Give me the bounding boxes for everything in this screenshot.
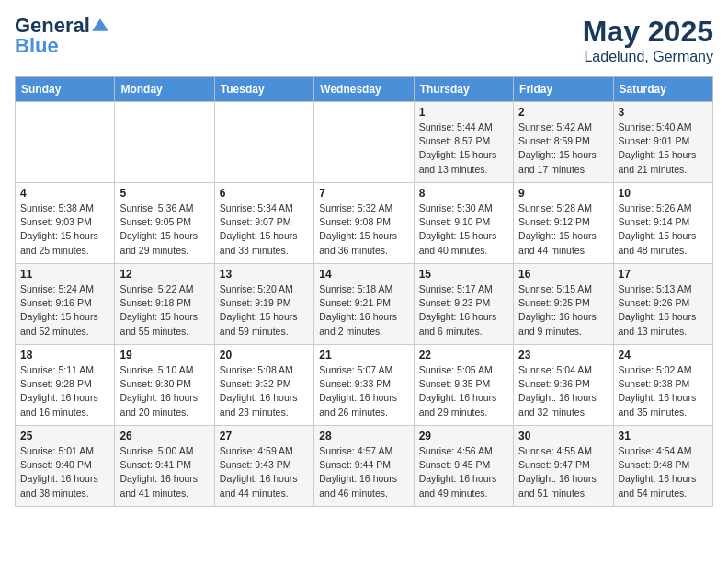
calendar-day-cell: 8Sunrise: 5:30 AMSunset: 9:10 PMDaylight… <box>414 183 513 264</box>
day-detail: Sunrise: 5:34 AMSunset: 9:07 PMDaylight:… <box>220 201 309 258</box>
day-detail: Sunrise: 5:38 AMSunset: 9:03 PMDaylight:… <box>20 201 109 258</box>
day-detail: Sunrise: 5:30 AMSunset: 9:10 PMDaylight:… <box>419 201 508 258</box>
day-detail: Sunrise: 5:11 AMSunset: 9:28 PMDaylight:… <box>20 363 109 419</box>
day-number: 3 <box>619 106 708 119</box>
calendar-table: SundayMondayTuesdayWednesdayThursdayFrid… <box>15 76 713 507</box>
day-number: 10 <box>619 187 708 200</box>
day-detail: Sunrise: 5:42 AMSunset: 8:59 PMDaylight:… <box>518 121 608 177</box>
day-detail: Sunrise: 5:13 AMSunset: 9:26 PMDaylight:… <box>619 282 708 339</box>
day-number: 5 <box>119 187 209 200</box>
calendar-day-cell: 12Sunrise: 5:22 AMSunset: 9:18 PMDayligh… <box>115 264 214 345</box>
day-detail: Sunrise: 5:24 AMSunset: 9:16 PMDaylight:… <box>20 282 109 339</box>
calendar-day-cell: 31Sunrise: 4:54 AMSunset: 9:48 PMDayligh… <box>613 426 712 507</box>
day-number: 21 <box>319 349 408 362</box>
day-number: 4 <box>20 187 109 200</box>
calendar-day-cell: 29Sunrise: 4:56 AMSunset: 9:45 PMDayligh… <box>414 426 513 507</box>
day-number: 11 <box>20 268 109 281</box>
day-detail: Sunrise: 5:22 AMSunset: 9:18 PMDaylight:… <box>119 282 209 339</box>
day-number: 15 <box>419 268 508 281</box>
day-detail: Sunrise: 4:59 AMSunset: 9:43 PMDaylight:… <box>220 444 309 500</box>
day-number: 29 <box>419 430 508 442</box>
day-number: 18 <box>20 349 109 362</box>
calendar-day-cell: 3Sunrise: 5:40 AMSunset: 9:01 PMDaylight… <box>613 102 712 183</box>
calendar-week-row: 11Sunrise: 5:24 AMSunset: 9:16 PMDayligh… <box>16 264 713 345</box>
calendar-week-row: 4Sunrise: 5:38 AMSunset: 9:03 PMDaylight… <box>16 183 713 264</box>
day-number: 16 <box>518 268 608 281</box>
svg-marker-0 <box>92 18 108 31</box>
calendar-day-cell <box>16 102 115 183</box>
day-detail: Sunrise: 4:56 AMSunset: 9:45 PMDaylight:… <box>419 444 508 500</box>
day-number: 17 <box>619 268 708 281</box>
day-detail: Sunrise: 5:15 AMSunset: 9:25 PMDaylight:… <box>518 282 608 339</box>
calendar-day-cell: 26Sunrise: 5:00 AMSunset: 9:41 PMDayligh… <box>115 426 214 507</box>
calendar-day-cell: 1Sunrise: 5:44 AMSunset: 8:57 PMDaylight… <box>414 102 513 183</box>
logo-blue-text: Blue <box>15 35 59 57</box>
day-detail: Sunrise: 5:44 AMSunset: 8:57 PMDaylight:… <box>419 121 508 177</box>
day-detail: Sunrise: 5:20 AMSunset: 9:19 PMDaylight:… <box>220 282 309 339</box>
day-detail: Sunrise: 5:10 AMSunset: 9:30 PMDaylight:… <box>119 363 209 419</box>
day-number: 31 <box>619 430 708 442</box>
day-number: 26 <box>119 430 209 442</box>
calendar-day-cell: 30Sunrise: 4:55 AMSunset: 9:47 PMDayligh… <box>514 426 613 507</box>
weekday-header: Monday <box>115 77 214 102</box>
calendar-day-cell <box>214 102 313 183</box>
calendar-week-row: 18Sunrise: 5:11 AMSunset: 9:28 PMDayligh… <box>16 345 713 426</box>
calendar-day-cell: 9Sunrise: 5:28 AMSunset: 9:12 PMDaylight… <box>514 183 613 264</box>
day-detail: Sunrise: 5:40 AMSunset: 9:01 PMDaylight:… <box>619 121 708 177</box>
calendar-day-cell: 17Sunrise: 5:13 AMSunset: 9:26 PMDayligh… <box>613 264 712 345</box>
location-title: Ladelund, Germany <box>583 49 713 65</box>
day-detail: Sunrise: 5:26 AMSunset: 9:14 PMDaylight:… <box>619 201 708 258</box>
calendar-day-cell: 21Sunrise: 5:07 AMSunset: 9:33 PMDayligh… <box>314 345 414 426</box>
calendar-day-cell: 11Sunrise: 5:24 AMSunset: 9:16 PMDayligh… <box>16 264 115 345</box>
weekday-header: Friday <box>514 77 613 102</box>
day-number: 30 <box>518 430 608 442</box>
day-number: 7 <box>319 187 408 200</box>
day-detail: Sunrise: 5:01 AMSunset: 9:40 PMDaylight:… <box>20 444 109 500</box>
day-detail: Sunrise: 5:08 AMSunset: 9:32 PMDaylight:… <box>220 363 309 419</box>
weekday-header: Saturday <box>613 77 712 102</box>
day-number: 13 <box>220 268 309 281</box>
day-number: 22 <box>419 349 508 362</box>
calendar-day-cell: 5Sunrise: 5:36 AMSunset: 9:05 PMDaylight… <box>115 183 214 264</box>
calendar-day-cell: 10Sunrise: 5:26 AMSunset: 9:14 PMDayligh… <box>613 183 712 264</box>
weekday-header: Sunday <box>16 77 115 102</box>
day-detail: Sunrise: 4:57 AMSunset: 9:44 PMDaylight:… <box>319 444 408 500</box>
calendar-day-cell: 18Sunrise: 5:11 AMSunset: 9:28 PMDayligh… <box>16 345 115 426</box>
day-number: 6 <box>220 187 309 200</box>
calendar-day-cell: 4Sunrise: 5:38 AMSunset: 9:03 PMDaylight… <box>16 183 115 264</box>
calendar-day-cell: 19Sunrise: 5:10 AMSunset: 9:30 PMDayligh… <box>115 345 214 426</box>
day-detail: Sunrise: 5:05 AMSunset: 9:35 PMDaylight:… <box>419 363 508 419</box>
logo: General Blue <box>15 15 108 57</box>
calendar-day-cell: 15Sunrise: 5:17 AMSunset: 9:23 PMDayligh… <box>414 264 513 345</box>
day-detail: Sunrise: 5:36 AMSunset: 9:05 PMDaylight:… <box>119 201 209 258</box>
logo-icon <box>92 17 108 33</box>
day-detail: Sunrise: 5:04 AMSunset: 9:36 PMDaylight:… <box>518 363 608 419</box>
weekday-header: Thursday <box>414 77 513 102</box>
calendar-day-cell: 7Sunrise: 5:32 AMSunset: 9:08 PMDaylight… <box>314 183 414 264</box>
day-number: 19 <box>119 349 209 362</box>
calendar-week-row: 1Sunrise: 5:44 AMSunset: 8:57 PMDaylight… <box>16 102 713 183</box>
calendar-day-cell <box>314 102 414 183</box>
day-number: 23 <box>518 349 608 362</box>
calendar-day-cell: 2Sunrise: 5:42 AMSunset: 8:59 PMDaylight… <box>514 102 613 183</box>
day-number: 24 <box>619 349 708 362</box>
day-number: 28 <box>319 430 408 442</box>
day-number: 8 <box>419 187 508 200</box>
day-detail: Sunrise: 5:17 AMSunset: 9:23 PMDaylight:… <box>419 282 508 339</box>
calendar-day-cell: 25Sunrise: 5:01 AMSunset: 9:40 PMDayligh… <box>16 426 115 507</box>
day-detail: Sunrise: 5:00 AMSunset: 9:41 PMDaylight:… <box>119 444 209 500</box>
day-detail: Sunrise: 4:55 AMSunset: 9:47 PMDaylight:… <box>518 444 608 500</box>
weekday-header: Tuesday <box>214 77 313 102</box>
day-number: 14 <box>319 268 408 281</box>
day-number: 1 <box>419 106 508 119</box>
calendar-day-cell: 28Sunrise: 4:57 AMSunset: 9:44 PMDayligh… <box>314 426 414 507</box>
day-number: 27 <box>220 430 309 442</box>
day-detail: Sunrise: 5:28 AMSunset: 9:12 PMDaylight:… <box>518 201 608 258</box>
weekday-header-row: SundayMondayTuesdayWednesdayThursdayFrid… <box>16 77 713 102</box>
calendar-day-cell: 6Sunrise: 5:34 AMSunset: 9:07 PMDaylight… <box>214 183 313 264</box>
calendar-day-cell: 16Sunrise: 5:15 AMSunset: 9:25 PMDayligh… <box>514 264 613 345</box>
calendar-day-cell: 27Sunrise: 4:59 AMSunset: 9:43 PMDayligh… <box>214 426 313 507</box>
day-number: 9 <box>518 187 608 200</box>
calendar-day-cell: 24Sunrise: 5:02 AMSunset: 9:38 PMDayligh… <box>613 345 712 426</box>
day-detail: Sunrise: 5:32 AMSunset: 9:08 PMDaylight:… <box>319 201 408 258</box>
